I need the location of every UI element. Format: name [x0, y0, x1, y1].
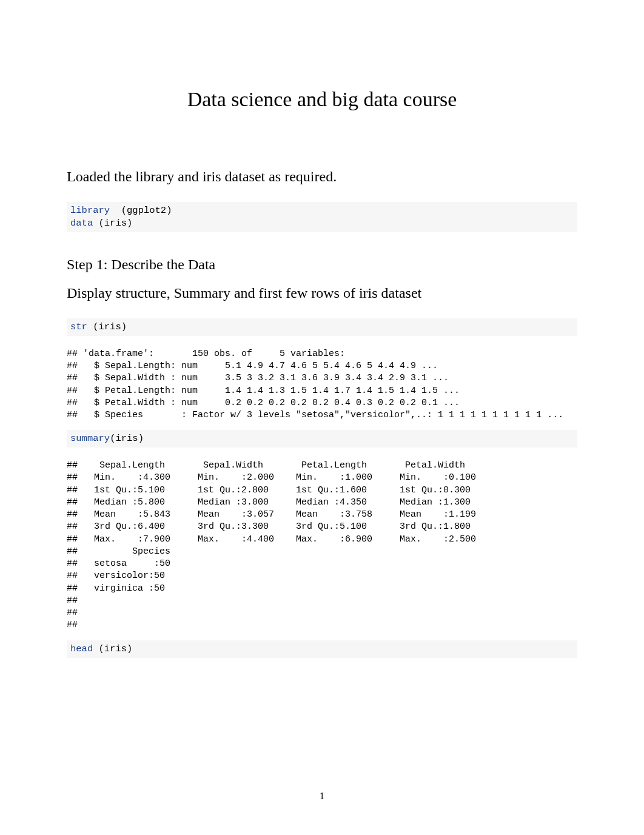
r-keyword-str: str: [70, 321, 87, 332]
code-text: (iris): [87, 321, 127, 332]
section-display-heading: Display structure, Summary and first few…: [67, 285, 577, 301]
code-block-summary: summary(iris): [67, 430, 577, 448]
page-number: 1: [0, 791, 644, 802]
document-page: Data science and big data course Loaded …: [0, 0, 644, 835]
section-intro-heading: Loaded the library and iris dataset as r…: [67, 169, 577, 185]
code-block-library: library (ggplot2) data (iris): [67, 202, 577, 232]
code-text: (iris): [93, 643, 132, 654]
code-block-str: str (iris): [67, 318, 577, 336]
code-block-head: head (iris): [67, 640, 577, 658]
r-keyword-summary: summary: [70, 433, 110, 444]
code-text: (iris): [93, 218, 132, 229]
step1-heading: Step 1: Describe the Data: [67, 257, 577, 273]
r-keyword-library: library: [70, 205, 110, 216]
output-summary: ## Sepal.Length Sepal.Width Petal.Length…: [67, 460, 577, 632]
r-keyword-head: head: [70, 643, 93, 654]
code-text: (ggplot2): [110, 205, 172, 216]
output-str: ## 'data.frame': 150 obs. of 5 variables…: [67, 348, 577, 422]
code-text: (iris): [110, 433, 144, 444]
r-keyword-data: data: [70, 218, 93, 229]
page-title: Data science and big data course: [67, 88, 577, 111]
